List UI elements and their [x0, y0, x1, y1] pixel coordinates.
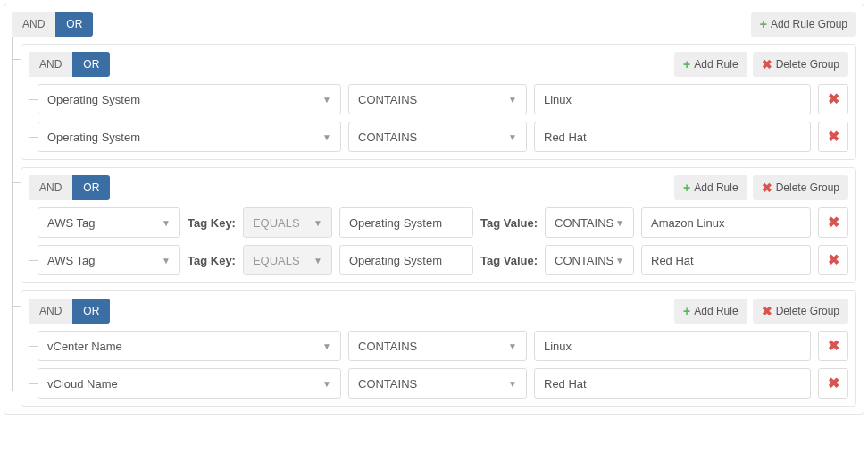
operator-select[interactable]: CONTAINS ▼: [348, 122, 527, 152]
field-select[interactable]: Operating System ▼: [38, 122, 341, 152]
field-select[interactable]: Operating System ▼: [38, 84, 341, 114]
plus-icon: +: [760, 18, 767, 30]
x-icon: ✖: [828, 130, 839, 144]
operator-select[interactable]: CONTAINS ▼: [348, 331, 527, 361]
rule-row: AWS Tag ▼ Tag Key: EQUALS ▼ Operating Sy…: [38, 207, 848, 238]
group-actions: + Add Rule ✖ Delete Group: [674, 175, 848, 200]
delete-rule-button[interactable]: ✖: [818, 122, 848, 152]
child-wrap: AND OR + Add Rule ✖ Delete Group: [21, 44, 856, 160]
value-text: Linux: [544, 93, 572, 106]
tag-key-value-input[interactable]: Operating System: [339, 245, 473, 275]
add-rule-group-button[interactable]: + Add Rule Group: [751, 12, 856, 37]
operator-select[interactable]: CONTAINS ▼: [348, 368, 527, 399]
operator-value: CONTAINS: [358, 340, 417, 353]
caret-down-icon: ▼: [313, 256, 322, 265]
field-select[interactable]: AWS Tag ▼: [38, 245, 180, 275]
field-select[interactable]: vCloud Name ▼: [38, 368, 341, 399]
rule-group: AND OR + Add Rule ✖ Delete Group: [21, 167, 856, 283]
tag-key-operator-select[interactable]: EQUALS ▼: [243, 245, 332, 275]
tag-key-value-text: Operating System: [349, 254, 442, 267]
value-text: Linux: [544, 340, 572, 353]
or-button[interactable]: OR: [72, 175, 110, 200]
delete-rule-button[interactable]: ✖: [818, 331, 848, 361]
add-rule-button[interactable]: + Add Rule: [674, 52, 747, 77]
delete-group-button[interactable]: ✖ Delete Group: [753, 299, 848, 324]
tag-key-value-input[interactable]: Operating System: [339, 207, 473, 238]
value-text: Red Hat: [544, 130, 587, 144]
delete-rule-button[interactable]: ✖: [818, 245, 848, 275]
caret-down-icon: ▼: [508, 132, 517, 142]
value-text: Red Hat: [544, 377, 587, 391]
value-input[interactable]: Linux: [534, 331, 811, 361]
or-button[interactable]: OR: [72, 299, 110, 324]
x-icon: ✖: [762, 181, 772, 194]
add-rule-label: Add Rule: [694, 181, 738, 194]
delete-group-button[interactable]: ✖ Delete Group: [753, 175, 848, 200]
tag-value-label: Tag Value:: [480, 216, 538, 230]
field-value: vCloud Name: [47, 377, 118, 391]
field-value: Operating System: [47, 93, 140, 106]
field-select[interactable]: vCenter Name ▼: [38, 331, 341, 361]
rule-row: Operating System ▼ CONTAINS ▼ Linux ✖: [38, 84, 848, 114]
caret-down-icon: ▼: [322, 95, 331, 105]
and-button[interactable]: AND: [29, 175, 72, 200]
group-children: vCenter Name ▼ CONTAINS ▼ Linux ✖: [38, 331, 848, 399]
add-rule-label: Add Rule: [694, 58, 738, 71]
delete-rule-button[interactable]: ✖: [818, 207, 848, 238]
and-button[interactable]: AND: [29, 299, 72, 324]
delete-group-button[interactable]: ✖ Delete Group: [753, 52, 848, 77]
caret-down-icon: ▼: [508, 95, 517, 105]
rule-row: vCloud Name ▼ CONTAINS ▼ Red Hat ✖: [38, 368, 848, 399]
delete-group-label: Delete Group: [776, 58, 839, 71]
add-rule-button[interactable]: + Add Rule: [674, 175, 747, 200]
delete-rule-button[interactable]: ✖: [818, 368, 848, 399]
group-children: Operating System ▼ CONTAINS ▼ Linux ✖: [38, 84, 848, 152]
field-value: vCenter Name: [47, 340, 122, 353]
field-value: AWS Tag: [47, 254, 95, 267]
caret-down-icon: ▼: [508, 379, 517, 389]
root-actions: + Add Rule Group: [751, 12, 856, 37]
logic-toggle: AND OR: [29, 52, 110, 77]
tag-value-op-value: CONTAINS: [555, 254, 613, 267]
plus-icon: +: [683, 305, 690, 317]
add-rule-button[interactable]: + Add Rule: [674, 299, 747, 324]
value-input[interactable]: Linux: [534, 84, 811, 114]
tag-value-operator-select[interactable]: CONTAINS ▼: [545, 207, 634, 238]
root-and-button[interactable]: AND: [12, 12, 55, 37]
delete-group-label: Delete Group: [776, 305, 839, 317]
tag-value-operator-select[interactable]: CONTAINS ▼: [545, 245, 634, 275]
caret-down-icon: ▼: [508, 341, 517, 351]
tag-key-op-value: EQUALS: [253, 254, 300, 267]
group-header: AND OR + Add Rule ✖ Delete Group: [21, 175, 848, 200]
value-input[interactable]: Red Hat: [534, 122, 811, 152]
rule-group: AND OR + Add Rule ✖ Delete Group: [21, 290, 856, 407]
field-value: Operating System: [47, 130, 140, 144]
add-rule-label: Add Rule: [694, 305, 738, 317]
operator-value: CONTAINS: [358, 377, 417, 391]
value-input[interactable]: Red Hat: [534, 368, 811, 399]
delete-group-label: Delete Group: [776, 181, 839, 194]
operator-value: CONTAINS: [358, 93, 417, 106]
plus-icon: +: [683, 181, 690, 194]
caret-down-icon: ▼: [313, 218, 322, 228]
delete-rule-button[interactable]: ✖: [818, 84, 848, 114]
tag-key-label: Tag Key:: [188, 254, 236, 267]
group-header: AND OR + Add Rule ✖ Delete Group: [21, 52, 848, 77]
group-children: AWS Tag ▼ Tag Key: EQUALS ▼ Operating Sy…: [38, 207, 848, 275]
tag-value-input[interactable]: Red Hat: [641, 245, 811, 275]
caret-down-icon: ▼: [615, 218, 624, 228]
field-select[interactable]: AWS Tag ▼: [38, 207, 180, 238]
root-or-button[interactable]: OR: [55, 12, 93, 37]
rule-group: AND OR + Add Rule ✖ Delete Group: [21, 44, 856, 160]
operator-select[interactable]: CONTAINS ▼: [348, 84, 527, 114]
logic-toggle: AND OR: [29, 175, 110, 200]
tag-value-input[interactable]: Amazon Linux: [641, 207, 811, 238]
tag-value-label: Tag Value:: [480, 254, 538, 267]
tag-key-operator-select[interactable]: EQUALS ▼: [243, 207, 332, 238]
x-icon: ✖: [828, 92, 839, 106]
rule-row: AWS Tag ▼ Tag Key: EQUALS ▼ Operating Sy…: [38, 245, 848, 275]
group-actions: + Add Rule ✖ Delete Group: [674, 299, 848, 324]
and-button[interactable]: AND: [29, 52, 72, 77]
caret-down-icon: ▼: [615, 256, 624, 265]
or-button[interactable]: OR: [72, 52, 110, 77]
